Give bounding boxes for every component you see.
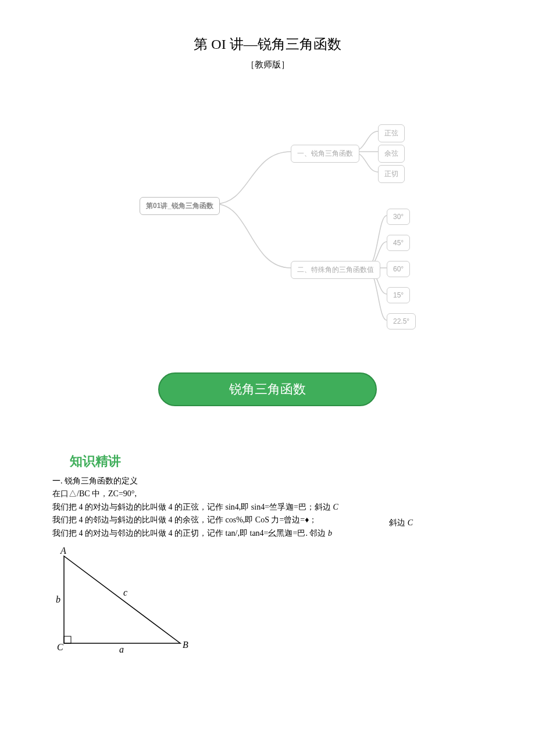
def-line3: 我们把 4 的邻边与斜边的比叫做 4 的余弦，记作 cos%,即 CoS 力=曾…: [52, 514, 483, 526]
mindmap-connectors: [122, 117, 413, 338]
def-line3-side-text: 斜边: [389, 518, 408, 527]
triangle-label-C: C: [57, 642, 63, 652]
mindmap-leaf-22: 22.5°: [387, 313, 416, 329]
mindmap-leaf-30: 30°: [387, 209, 410, 225]
svg-rect-1: [64, 636, 71, 643]
body-text: 一. 锐角三角函数的定义 在口△/BC 中，ZC=90°, 我们把 4 的对边与…: [52, 475, 483, 540]
mindmap-leaf-sine: 正弦: [378, 124, 405, 142]
def-line4: 我们把 4 的对边与邻边的比叫做 4 的正切，记作 tan/,即 tan4=幺黑…: [52, 527, 483, 540]
def-line3-side-c: C: [408, 518, 413, 527]
mindmap-leaf-cosine: 余弦: [378, 145, 405, 163]
section-banner-wrap: 锐角三角函数: [52, 372, 483, 406]
svg-marker-0: [64, 556, 180, 643]
triangle-label-a: a: [119, 644, 124, 654]
triangle-label-b: b: [56, 594, 60, 604]
triangle-label-c: c: [123, 587, 127, 597]
mindmap-branch2: 二、特殊角的三角函数值: [291, 261, 380, 279]
def-heading: 一. 锐角三角函数的定义: [52, 475, 483, 488]
mindmap-diagram: 第01讲_锐角三角函数 一、锐角三角函数 正弦 余弦 正切 二、特殊角的三角函数…: [122, 117, 413, 338]
def-line2-c: C: [333, 503, 338, 511]
mindmap-branch1: 一、锐角三角函数: [291, 145, 359, 163]
mindmap-leaf-60: 60°: [387, 261, 410, 277]
mindmap-leaf-15: 15°: [387, 287, 410, 303]
def-line4-b: b: [328, 529, 332, 538]
def-line2: 我们把 4 的对边与斜边的比叫做 4 的正弦，记作 sin4,即 sin4=竺孚…: [52, 501, 483, 514]
triangle-label-A: A: [60, 546, 66, 556]
def-line2-text: 我们把 4 的对边与斜边的比叫做 4 的正弦，记作 sin4,即 sin4=竺孚…: [52, 503, 333, 511]
page-subtitle: ［教师版］: [52, 59, 483, 70]
mindmap-leaf-tangent: 正切: [378, 165, 405, 183]
triangle-label-B: B: [183, 640, 188, 650]
def-line1: 在口△/BC 中，ZC=90°,: [52, 488, 483, 500]
def-line4-text: 我们把 4 的对边与邻边的比叫做 4 的正切，记作 tan/,即 tan4=幺黑…: [52, 529, 328, 538]
section-heading: 知识精讲: [70, 453, 483, 470]
def-line3-side: 斜边 C: [389, 517, 413, 529]
mindmap-root: 第01讲_锐角三角函数: [140, 197, 220, 215]
page-title: 第 OI 讲—锐角三角函数: [52, 35, 483, 53]
triangle-diagram: A B C b a c: [52, 544, 192, 655]
mindmap-leaf-45: 45°: [387, 235, 410, 251]
section-banner: 锐角三角函数: [158, 372, 377, 406]
